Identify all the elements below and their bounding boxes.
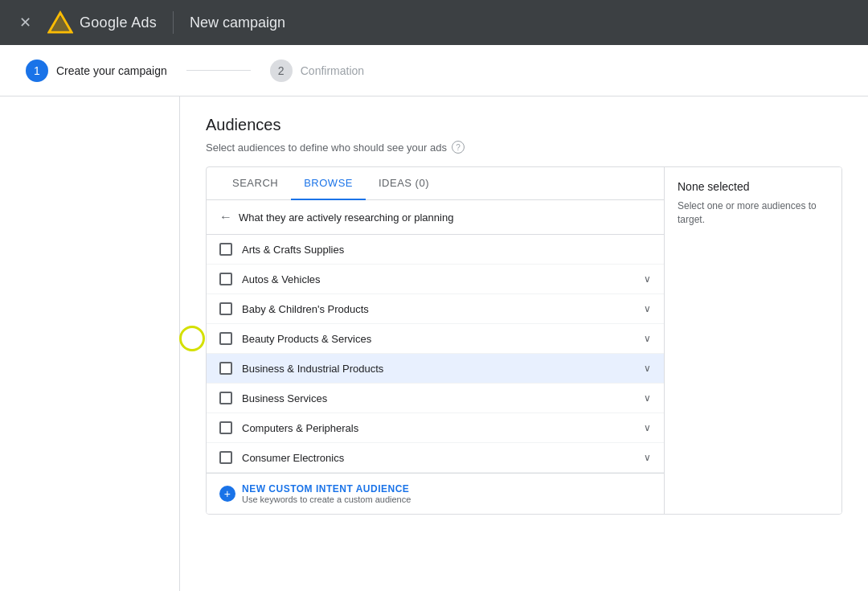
brand-name: Google Ads [80, 14, 157, 31]
subtitle-text: Select audiences to define who should se… [206, 142, 447, 154]
page-title: New campaign [190, 14, 285, 31]
category-item-business-industrial[interactable]: Business & Industrial Products ∨ [207, 354, 664, 384]
tab-ideas[interactable]: IDEAS (0) [366, 167, 442, 200]
step-2-label: Confirmation [301, 64, 364, 77]
tab-browse[interactable]: BROWSE [291, 167, 366, 200]
category-checkbox[interactable] [219, 273, 232, 285]
step-2: 2 Confirmation [270, 60, 364, 82]
category-item[interactable]: Business Services ∨ [207, 384, 664, 413]
category-list: Arts & Crafts Supplies Autos & Vehicles … [207, 235, 664, 473]
category-name: Beauty Products & Services [242, 333, 634, 345]
stepper: 1 Create your campaign 2 Confirmation [0, 45, 868, 96]
content-area: Audiences Select audiences to define who… [180, 96, 868, 591]
chevron-down-icon: ∨ [644, 422, 651, 433]
category-name: Computers & Peripherals [242, 422, 634, 434]
tab-search[interactable]: SEARCH [219, 167, 291, 200]
none-selected-description: Select one or more audiences to target. [678, 199, 829, 227]
app-header: ✕ Google Ads New campaign [0, 0, 868, 45]
custom-btn-main-label: NEW CUSTOM INTENT AUDIENCE [242, 483, 411, 495]
step-1-circle: 1 [26, 60, 48, 82]
step-1: 1 Create your campaign [26, 60, 167, 82]
main-content: Audiences Select audiences to define who… [0, 96, 868, 591]
category-item[interactable]: Consumer Electronics ∨ [207, 443, 664, 473]
bottom-bar: + NEW CUSTOM INTENT AUDIENCE Use keyword… [207, 473, 664, 514]
help-icon[interactable]: ? [452, 141, 465, 154]
category-checkbox[interactable] [219, 332, 232, 345]
chevron-down-icon: ∨ [644, 273, 651, 285]
step-1-label: Create your campaign [56, 64, 167, 77]
category-checkbox[interactable] [219, 362, 232, 375]
none-selected-title: None selected [678, 180, 829, 193]
step-connector [186, 70, 251, 71]
chevron-down-icon: ∨ [644, 333, 651, 344]
category-item[interactable]: Arts & Crafts Supplies [207, 235, 664, 265]
google-ads-logo-icon [47, 10, 73, 35]
audience-tabs: SEARCH BROWSE IDEAS (0) [207, 167, 664, 200]
new-custom-intent-button[interactable]: + NEW CUSTOM INTENT AUDIENCE Use keyword… [219, 483, 411, 504]
category-item[interactable]: Baby & Children's Products ∨ [207, 294, 664, 324]
category-item[interactable]: Beauty Products & Services ∨ [207, 324, 664, 354]
category-checkbox[interactable] [219, 243, 232, 256]
category-name: Business & Industrial Products [242, 363, 634, 375]
browse-header: ← What they are actively researching or … [207, 200, 664, 235]
category-checkbox[interactable] [219, 302, 232, 315]
left-sidebar [0, 96, 180, 591]
header-divider [173, 11, 174, 34]
plus-icon: + [219, 486, 235, 502]
browse-header-label: What they are actively researching or pl… [239, 211, 453, 224]
close-button[interactable]: ✕ [13, 10, 38, 35]
audience-panel: SEARCH BROWSE IDEAS (0) ← What they are … [206, 166, 842, 515]
category-name: Arts & Crafts Supplies [242, 244, 651, 256]
audience-left-panel: SEARCH BROWSE IDEAS (0) ← What they are … [207, 167, 665, 514]
chevron-down-icon: ∨ [644, 363, 651, 374]
category-name: Business Services [242, 392, 634, 404]
chevron-down-icon: ∨ [644, 452, 651, 463]
category-name: Baby & Children's Products [242, 303, 634, 315]
category-checkbox[interactable] [219, 421, 232, 434]
section-title: Audiences [206, 116, 842, 134]
custom-btn-text: NEW CUSTOM INTENT AUDIENCE Use keywords … [242, 483, 411, 504]
custom-btn-sub-label: Use keywords to create a custom audience [242, 495, 411, 504]
category-name: Autos & Vehicles [242, 273, 634, 285]
category-item[interactable]: Autos & Vehicles ∨ [207, 265, 664, 294]
chevron-down-icon: ∨ [644, 303, 651, 314]
category-item[interactable]: Computers & Peripherals ∨ [207, 413, 664, 443]
logo-area: Google Ads [47, 10, 157, 35]
chevron-down-icon: ∨ [644, 392, 651, 404]
audience-right-panel: None selected Select one or more audienc… [665, 167, 841, 514]
section-subtitle: Select audiences to define who should se… [206, 141, 842, 154]
back-arrow-icon[interactable]: ← [219, 210, 232, 224]
category-name: Consumer Electronics [242, 452, 634, 464]
category-checkbox[interactable] [219, 392, 232, 404]
category-checkbox[interactable] [219, 451, 232, 464]
step-2-circle: 2 [270, 60, 293, 82]
